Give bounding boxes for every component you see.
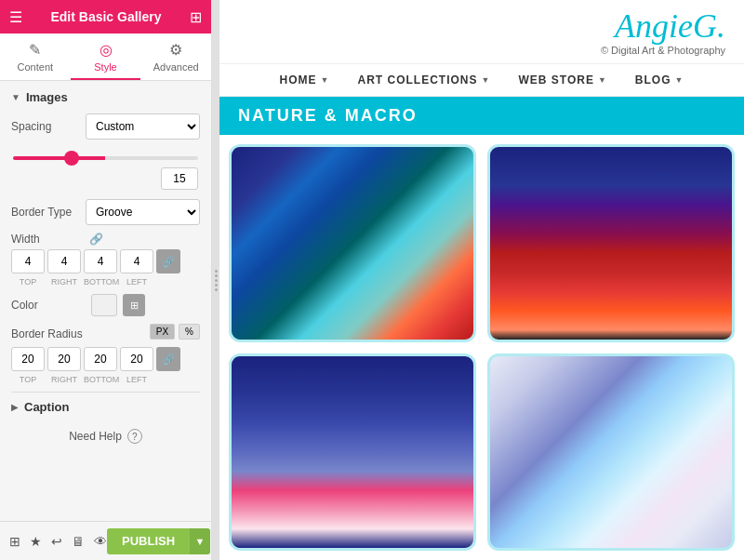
site-tagline: © Digital Art & Photography (601, 45, 725, 56)
caption-section-header[interactable]: ▶ Caption (11, 400, 200, 414)
nav-item-home[interactable]: HOME ▼ (280, 73, 330, 87)
width-sub-labels: TOP RIGHT BOTTOM LEFT (11, 277, 200, 287)
gallery-image-3[interactable] (229, 353, 476, 552)
drag-dot-2 (215, 274, 218, 277)
color-grid-icon[interactable]: ⊞ (123, 294, 145, 316)
spacing-value-input[interactable] (161, 167, 198, 190)
px-percent-toggle: PX % (150, 324, 200, 340)
layers-icon[interactable]: ⊞ (9, 534, 20, 549)
border-radius-label: Border Radius (11, 327, 86, 340)
tab-content[interactable]: ✎ Content (0, 33, 71, 80)
publish-btn-group: PUBLISH ▼ (107, 528, 210, 554)
px-button[interactable]: PX (150, 324, 175, 340)
apps-icon[interactable]: ⊞ (190, 8, 202, 26)
gallery-area (219, 135, 744, 560)
nav-home-label: HOME (280, 73, 317, 87)
drag-dots (215, 270, 218, 291)
spacing-select[interactable]: Custom Default None (86, 113, 200, 140)
nav-home-arrow: ▼ (321, 75, 330, 85)
nav-store-arrow: ▼ (598, 75, 607, 85)
color-picker[interactable] (91, 294, 117, 316)
spacing-row: Spacing Custom Default None (11, 113, 200, 140)
slider-value-row (13, 167, 198, 190)
sub-label-right: RIGHT (47, 277, 81, 287)
border-type-label: Border Type (11, 206, 86, 219)
need-help[interactable]: Need Help ? (11, 429, 200, 444)
nav-item-blog[interactable]: BLOG ▼ (635, 73, 684, 87)
nav-blog-arrow: ▼ (674, 75, 684, 85)
width-link-icon: 🔗 (89, 233, 103, 246)
need-help-text: Need Help (69, 430, 122, 443)
radius-link-button[interactable]: 🔗 (156, 347, 180, 371)
sub-label-bottom: BOTTOM (84, 277, 117, 287)
monitor-icon[interactable]: 🖥 (72, 534, 85, 549)
nav-blog-label: BLOG (635, 73, 671, 87)
nav-store-label: WEB STORE (518, 73, 593, 87)
star-icon[interactable]: ★ (30, 534, 42, 549)
right-panel: AngieG. © Digital Art & Photography HOME… (219, 0, 744, 560)
help-icon: ? (127, 429, 142, 444)
panel-footer: ⊞ ★ ↩ 🖥 👁 PUBLISH ▼ (0, 521, 211, 560)
publish-arrow-button[interactable]: ▼ (190, 528, 210, 554)
tab-advanced[interactable]: ⚙ Advanced (140, 33, 211, 80)
publish-button[interactable]: PUBLISH (107, 528, 190, 554)
width-label: Width (11, 233, 86, 246)
radius-top-input[interactable] (11, 347, 45, 371)
r-sub-label-bottom: BOTTOM (84, 375, 117, 384)
gallery-image-2-inner (490, 147, 732, 340)
advanced-tab-icon: ⚙ (169, 41, 182, 59)
width-right-input[interactable] (47, 249, 81, 273)
width-top-input[interactable] (11, 249, 45, 273)
spacing-slider-container (11, 147, 200, 190)
border-type-select[interactable]: Groove None Solid Dashed Dotted (86, 199, 200, 225)
caption-section-title: Caption (24, 400, 69, 414)
nav-art-label: ART COLLECTIONS (358, 73, 478, 87)
style-tab-label: Style (94, 61, 116, 73)
chevron-down-icon: ▼ (11, 92, 20, 102)
menu-icon[interactable]: ☰ (9, 8, 22, 26)
width-inputs: 🔗 (11, 249, 200, 273)
gallery-image-1[interactable] (229, 144, 476, 342)
gallery-image-1-inner (232, 147, 473, 340)
gallery-image-2[interactable] (487, 144, 735, 342)
gallery-image-4-inner (490, 356, 732, 549)
width-link-button[interactable]: 🔗 (156, 249, 180, 273)
drag-dot-5 (215, 288, 218, 291)
drag-handle[interactable] (212, 0, 219, 560)
nav-art-arrow: ▼ (482, 75, 491, 85)
images-section-header[interactable]: ▼ Images (11, 90, 200, 104)
radius-bottom-input[interactable] (84, 347, 117, 371)
page-title-bar: NATURE & MACRO (219, 97, 744, 135)
width-left-input[interactable] (120, 249, 153, 273)
border-type-row: Border Type Groove None Solid Dashed Dot… (11, 199, 200, 225)
sub-label-left: LEFT (120, 277, 153, 287)
r-sub-label-left: LEFT (120, 375, 153, 384)
content-tab-label: Content (18, 61, 54, 73)
eye-icon[interactable]: 👁 (94, 534, 107, 549)
radius-right-input[interactable] (47, 347, 81, 371)
panel-tabs: ✎ Content ◎ Style ⚙ Advanced (0, 33, 211, 81)
footer-icons: ⊞ ★ ↩ 🖥 👁 (9, 534, 107, 549)
site-nav: HOME ▼ ART COLLECTIONS ▼ WEB STORE ▼ BLO… (219, 64, 744, 97)
nav-item-web-store[interactable]: WEB STORE ▼ (518, 73, 606, 87)
r-sub-label-right: RIGHT (47, 375, 81, 384)
tab-style[interactable]: ◎ Style (71, 33, 141, 80)
images-section-title: Images (26, 90, 68, 104)
style-tab-icon: ◎ (100, 41, 113, 59)
gallery-image-4[interactable] (487, 353, 735, 552)
percent-button[interactable]: % (179, 324, 200, 340)
caption-chevron-right-icon: ▶ (11, 402, 19, 412)
width-bottom-input[interactable] (84, 249, 117, 273)
gallery-image-3-inner (232, 356, 473, 549)
radius-left-input[interactable] (120, 347, 153, 371)
page-title: NATURE & MACRO (238, 106, 418, 125)
spacing-slider[interactable] (13, 156, 198, 160)
advanced-tab-label: Advanced (153, 61, 199, 73)
left-panel: ☰ Edit Basic Gallery ⊞ ✎ Content ◎ Style… (0, 0, 212, 560)
panel-title: Edit Basic Gallery (30, 9, 182, 24)
nav-item-art-collections[interactable]: ART COLLECTIONS ▼ (358, 73, 491, 87)
border-radius-inputs: 🔗 (11, 347, 200, 371)
sub-label-top: TOP (11, 277, 45, 287)
site-logo: AngieG. (615, 9, 725, 43)
undo-icon[interactable]: ↩ (51, 534, 62, 549)
